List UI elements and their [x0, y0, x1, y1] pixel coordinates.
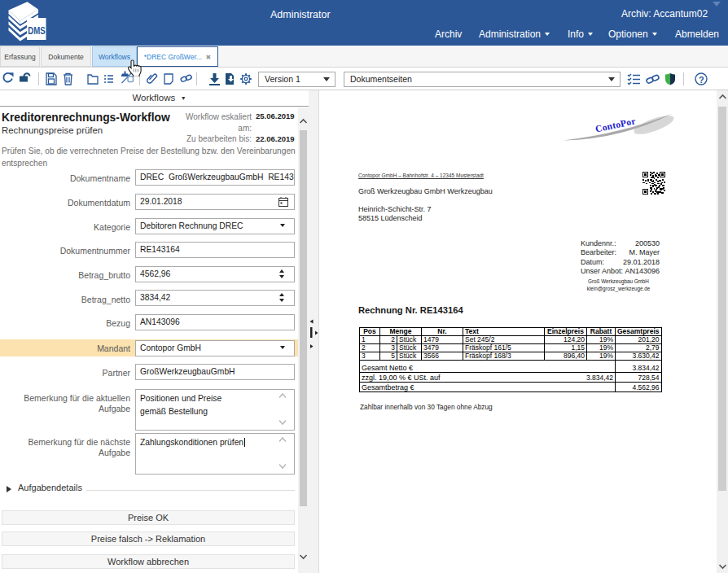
svg-text:DMS: DMS: [28, 25, 46, 37]
svg-text:ContoPor: ContoPor: [594, 116, 637, 133]
svg-text:?: ?: [699, 75, 704, 85]
